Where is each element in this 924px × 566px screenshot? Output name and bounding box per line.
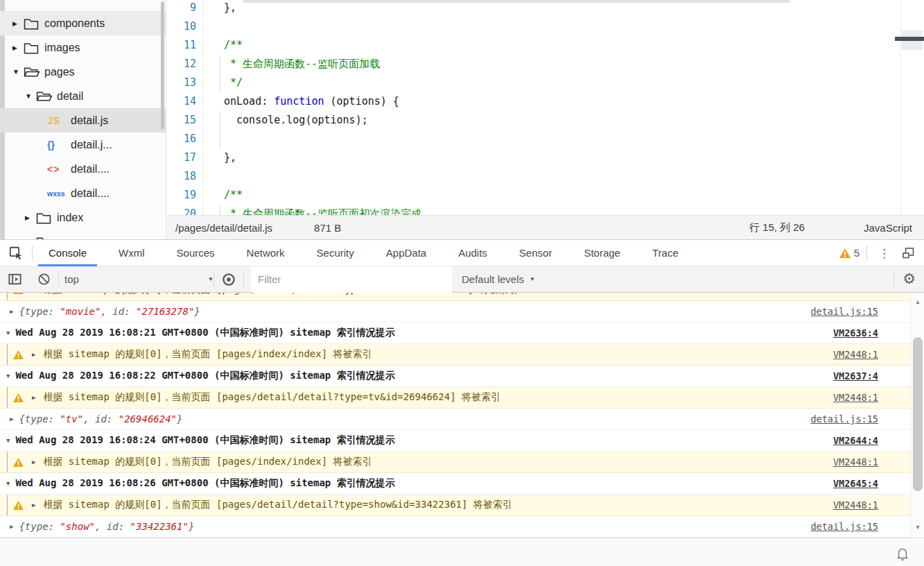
scroll-up-arrow-icon[interactable]	[911, 298, 924, 305]
source-link[interactable]: detail.js:15	[810, 413, 878, 424]
code-line[interactable]: 19/**	[166, 186, 899, 205]
tab-storage[interactable]: Storage	[572, 240, 632, 266]
tab-trace[interactable]: Trace	[640, 240, 690, 266]
tab-security[interactable]: Security	[305, 240, 366, 266]
code-editor[interactable]: 9}, 10 11/** 12 * 生命周期函数--监听页面加载 13 */ 1…	[166, 0, 924, 215]
console-group-row[interactable]: Wed Aug 28 2019 16:08:24 GMT+0800 (中国标准时…	[0, 430, 910, 452]
console-log: 根据 sitemap 的规则[0]，当前页面 [pages/detail/det…	[0, 293, 924, 538]
sidebar-item-detail-wxss[interactable]: wxss detail....	[0, 181, 166, 205]
collapse-arrow-icon[interactable]	[6, 480, 10, 487]
console-group-row[interactable]: Wed Aug 28 2019 16:08:22 GMT+0800 (中国标准时…	[0, 366, 910, 387]
console-warning-row[interactable]: 根据 sitemap 的规则[0]，当前页面 [pages/index/inde…	[0, 344, 910, 366]
code-line[interactable]: 13 */	[166, 74, 899, 92]
notification-bell-icon[interactable]	[895, 546, 910, 564]
chevron-right-icon[interactable]	[12, 44, 24, 51]
source-link[interactable]: detail.js:15	[810, 306, 878, 317]
source-link[interactable]: VM2448:1	[833, 392, 878, 403]
chevron-down-icon[interactable]	[25, 92, 36, 100]
code-line[interactable]: 9},	[166, 0, 899, 17]
expand-arrow-icon[interactable]	[32, 351, 35, 358]
language-mode: JavaScript	[864, 222, 912, 234]
source-link[interactable]: VM2448:1	[833, 499, 878, 511]
console-warning-row-clipped[interactable]: 根据 sitemap 的规则[0]，当前页面 [pages/detail/det…	[0, 293, 910, 301]
code-line[interactable]: 10	[166, 17, 899, 36]
editor-overview-ruler[interactable]	[900, 0, 924, 215]
expand-arrow-icon[interactable]	[32, 458, 35, 465]
collapse-arrow-icon[interactable]	[6, 437, 10, 444]
sidebar-item-images[interactable]: images	[0, 35, 166, 60]
code-line[interactable]: 18	[166, 167, 899, 186]
scroll-down-arrow-icon[interactable]	[911, 524, 924, 531]
sidebar-item-index[interactable]: index	[0, 205, 166, 230]
undock-icon[interactable]	[901, 246, 916, 260]
console-scrollbar-thumb[interactable]	[913, 337, 923, 491]
expand-arrow-icon[interactable]	[10, 523, 13, 530]
console-object-row[interactable]: {type: "tv", id: "26946624"} detail.js:1…	[0, 409, 910, 430]
sidebar-item-detail-js[interactable]: JS detail.js	[0, 108, 166, 132]
live-expression-eye-icon[interactable]	[214, 272, 243, 287]
code-line[interactable]: 16	[166, 130, 899, 148]
expand-arrow-icon[interactable]	[32, 501, 35, 508]
source-link[interactable]: detail.js:15	[810, 521, 878, 532]
tab-wxml[interactable]: Wxml	[107, 240, 157, 266]
divider	[243, 272, 244, 287]
console-object-row[interactable]: {type: "movie", id: "27163278"} detail.j…	[0, 301, 910, 323]
sidebar-item-clipped[interactable]	[0, 230, 166, 239]
expand-arrow-icon[interactable]	[10, 415, 13, 422]
wechat-devtools-window: components images pages detail JS de	[0, 0, 924, 566]
tab-audits[interactable]: Audits	[446, 240, 499, 266]
line-number: 20	[166, 205, 202, 215]
chevron-right-icon[interactable]	[12, 20, 24, 27]
sidebar-item-pages[interactable]: pages	[0, 60, 166, 84]
sidebar-item-detail[interactable]: detail	[0, 84, 166, 108]
warning-message: 根据 sitemap 的规则[0]，当前页面 [pages/detail/det…	[43, 293, 518, 296]
group-guide-line	[7, 344, 8, 365]
tab-appdata[interactable]: AppData	[374, 240, 438, 266]
console-group-row[interactable]: Wed Aug 28 2019 16:08:26 GMT+0800 (中国标准时…	[0, 473, 910, 495]
expand-arrow-icon[interactable]	[10, 308, 13, 315]
console-scrollbar[interactable]	[910, 293, 924, 538]
more-options-icon[interactable]: ⋮	[874, 246, 894, 260]
folder-open-icon	[24, 66, 44, 78]
sidebar-item-components[interactable]: components	[0, 11, 166, 35]
source-link[interactable]: VM2645:4	[833, 478, 878, 489]
log-levels-select[interactable]: Default levels	[462, 273, 535, 285]
tab-sensor[interactable]: Sensor	[507, 240, 564, 266]
code-line[interactable]: 15 console.log(options);	[166, 111, 899, 130]
console-settings-gear-icon[interactable]: ⚙	[894, 272, 924, 286]
tab-network[interactable]: Network	[235, 240, 297, 266]
chevron-right-icon[interactable]	[25, 214, 36, 221]
console-warning-row[interactable]: 根据 sitemap 的规则[0]，当前页面 [pages/detail/det…	[0, 387, 910, 409]
expand-arrow-icon[interactable]	[32, 293, 35, 293]
code-line[interactable]: 17},	[166, 148, 899, 167]
source-link[interactable]: VM2448:1	[833, 456, 878, 468]
code-line[interactable]: 12 * 生命周期函数--监听页面加载	[166, 55, 899, 74]
source-link[interactable]: VM2637:4	[833, 370, 878, 381]
chevron-down-icon[interactable]	[12, 68, 24, 76]
tab-console[interactable]: Console	[37, 240, 98, 266]
console-drawer-icon[interactable]	[0, 271, 30, 287]
console-warning-row[interactable]: 根据 sitemap 的规则[0]，当前页面 [pages/index/inde…	[0, 452, 910, 473]
filter-input[interactable]	[251, 273, 452, 285]
source-link[interactable]: VM2644:4	[833, 435, 878, 446]
collapse-arrow-icon[interactable]	[6, 372, 10, 379]
tab-sources[interactable]: Sources	[165, 240, 227, 266]
execution-context-select[interactable]: top	[64, 273, 213, 285]
code-line[interactable]: 11/**	[166, 36, 899, 55]
sidebar-scrollbar-thumb[interactable]	[161, 1, 164, 129]
inspect-element-icon[interactable]	[0, 246, 32, 261]
file-label: detail....	[71, 187, 110, 200]
source-link[interactable]: VM2636:4	[833, 327, 878, 338]
expand-arrow-icon[interactable]	[32, 394, 35, 401]
sidebar-item-detail-wxml[interactable]: <> detail....	[0, 157, 166, 181]
console-object-row[interactable]: {type: "show", id: "33422361"} detail.js…	[0, 516, 910, 538]
source-link[interactable]: VM2448:1	[833, 349, 878, 360]
console-warning-row[interactable]: 根据 sitemap 的规则[0]，当前页面 [pages/detail/det…	[0, 495, 910, 516]
sidebar-item-detail-json[interactable]: {} detail.j...	[0, 132, 166, 157]
code-line[interactable]: 20 * 生命周期函数--监听页面初次渲染完成	[166, 205, 899, 215]
console-group-row[interactable]: Wed Aug 28 2019 16:08:21 GMT+0800 (中国标准时…	[0, 323, 910, 344]
clear-console-icon[interactable]	[30, 272, 58, 286]
warning-count-badge[interactable]: 5	[839, 247, 860, 259]
collapse-arrow-icon[interactable]	[6, 329, 10, 336]
code-line[interactable]: 14onLoad: function (options) {	[166, 92, 899, 111]
